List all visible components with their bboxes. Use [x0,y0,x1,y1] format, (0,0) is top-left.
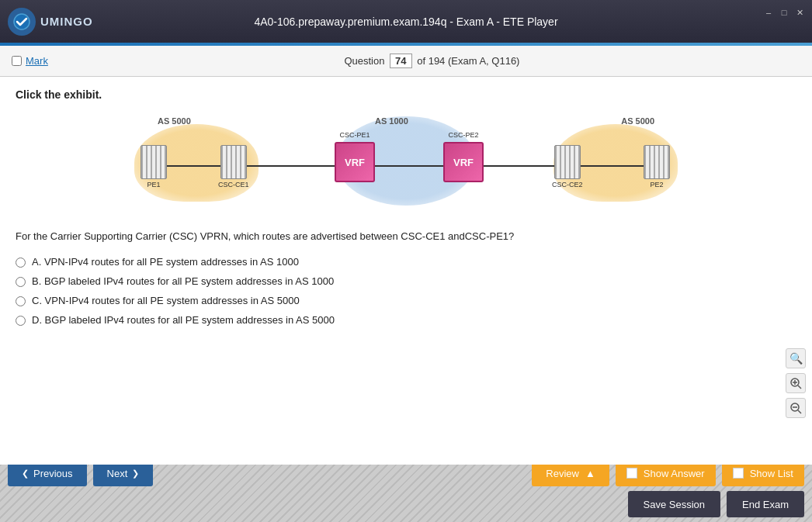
right-tools: 🔍 [786,348,806,418]
prev-chevron-icon: ❮ [22,468,29,479]
answer-option-b[interactable]: B. BGP labeled IPv4 routes for all PE sy… [16,275,796,287]
pe2-label: PE2 [650,181,663,188]
next-label: Next [107,468,128,479]
csc-pe1-label: CSC-PE1 [339,131,370,139]
window-title: 4A0-106.prepaway.premium.exam.194q - Exa… [254,16,557,28]
radio-b[interactable] [16,277,26,287]
diagram-container: AS 5000 AS 1000 AS 5000 PE1 CSC-CE1 CSC-… [16,112,796,213]
answer-text-d: D. BGP labeled IPv4 routes for all PE sy… [32,314,335,326]
vrf1-box: CSC-PE1 VRF [335,142,375,182]
logo-text: UMINGO [40,15,93,28]
answer-option-c[interactable]: C. VPN-IPv4 routes for all PE system add… [16,295,796,306]
exhibit-title: Click the exhibit. [16,88,796,101]
mark-checkbox[interactable]: Mark [12,55,48,67]
csc-pe2-label: CSC-PE2 [448,131,478,139]
answer-option-a[interactable]: A. VPN-IPv4 routes for all PE system add… [16,256,796,268]
main-content: Click the exhibit. AS 5000 AS 1000 AS 50… [0,77,812,465]
review-label: Review [546,468,579,479]
csc-ce1-label: CSC-CE1 [218,181,249,188]
vrf1-inner: VRF [335,142,375,182]
show-list-label: Show List [750,468,793,479]
window-controls: – □ ✕ [762,6,806,19]
question-number: 74 [390,54,411,68]
toolbar: Mark Question 74 of 194 (Exam A, Q116) [0,46,812,77]
csc-ce2-label: CSC-CE2 [552,181,583,188]
as-center-label: AS 1000 [375,116,408,126]
review-dropdown-icon: ▲ [585,468,595,479]
question-text: For the Carrier Supporting Carrier (CSC)… [16,229,796,244]
answer-text-b: B. BGP labeled IPv4 routes for all PE sy… [32,275,334,287]
end-exam-button[interactable]: End Exam [727,491,804,517]
vrf2-box: CSC-PE2 VRF [443,142,484,182]
search-icon[interactable]: 🔍 [786,348,806,368]
answer-options: A. VPN-IPv4 routes for all PE system add… [16,256,796,326]
as-right-label: AS 5000 [621,116,654,126]
minimize-button[interactable]: – [762,6,775,19]
session-row: Save Session End Exam [0,491,812,517]
zoom-out-icon[interactable] [786,398,806,418]
pe2-body [644,145,670,179]
maximize-button[interactable]: □ [778,6,790,19]
bottom-bar: ❮ Previous Next ❯ Review ▲ Show Answer S… [0,465,812,522]
mark-check[interactable] [12,56,22,66]
svg-line-6 [798,410,801,413]
show-list-checkbox-icon [733,468,744,479]
csc-ce2-body [554,145,581,179]
show-answer-label: Show Answer [644,468,705,479]
question-label: Question [344,55,384,67]
previous-label: Previous [33,468,73,479]
mark-label[interactable]: Mark [26,55,48,67]
question-of: of 194 (Exam A, Q116) [417,55,519,67]
radio-d[interactable] [16,316,26,326]
answer-text-a: A. VPN-IPv4 routes for all PE system add… [32,256,299,268]
csc-ce2-router: CSC-CE2 [552,145,583,188]
radio-a[interactable] [16,258,26,268]
question-info: Question 74 of 194 (Exam A, Q116) [344,54,519,68]
pe1-router: PE1 [141,145,167,188]
as-left-label: AS 5000 [158,116,191,126]
title-bar: UMINGO 4A0-106.prepaway.premium.exam.194… [0,0,812,43]
answer-text-c: C. VPN-IPv4 routes for all PE system add… [32,295,300,306]
show-answer-checkbox-icon [626,468,637,479]
logo: UMINGO [8,8,93,36]
pe1-label: PE1 [147,181,160,188]
close-button[interactable]: ✕ [793,6,806,19]
vrf2-inner: VRF [443,142,484,182]
next-chevron-icon: ❯ [132,468,139,479]
svg-line-2 [798,385,801,389]
pe1-body [141,145,167,179]
save-session-button[interactable]: Save Session [628,491,721,517]
logo-icon [8,8,36,36]
radio-c[interactable] [16,296,26,306]
pe2-router: PE2 [644,145,670,188]
csc-ce1-body [220,145,247,179]
network-diagram: AS 5000 AS 1000 AS 5000 PE1 CSC-CE1 CSC-… [119,112,693,213]
zoom-in-icon[interactable] [786,373,806,393]
answer-option-d[interactable]: D. BGP labeled IPv4 routes for all PE sy… [16,314,796,326]
csc-ce1-router: CSC-CE1 [218,145,249,188]
